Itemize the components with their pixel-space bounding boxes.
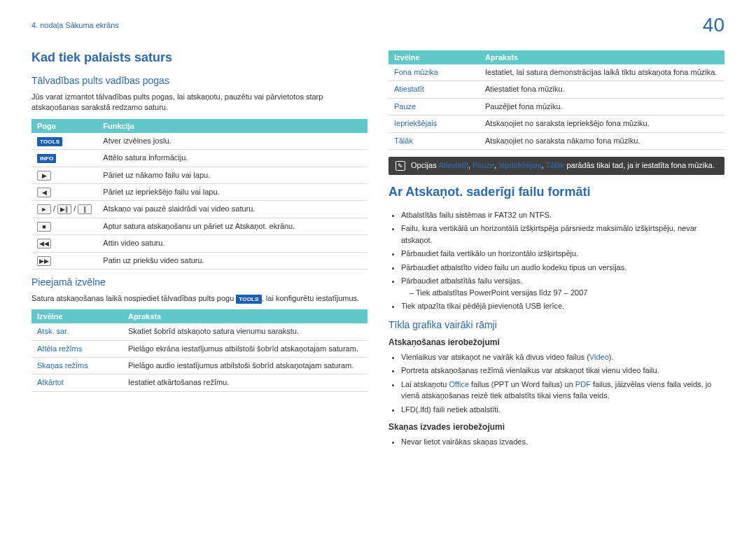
note-box: ✎ Opcijas Atiestatīt, Pauze, Iepriekšēja… [388, 157, 724, 175]
table-row: Pauze Pauzējiet fona mūziku. [388, 98, 724, 115]
subsection-remote-buttons: Tālvadības pults vadības pogas [31, 75, 368, 86]
remote-buttons-table: Poga Funkcija TOOLS Atver izvēlnes joslu… [31, 119, 368, 269]
minor-audio-limits: Skaņas izvades ierobežojumi [388, 422, 724, 432]
list-item: Lai atskaņotu Office failus (PPT un Word… [401, 379, 724, 402]
list-item: Pārbaudiet faila vertikālo un horizontāl… [401, 248, 724, 260]
table-row: Iepriekšējais Atskaņojiet no saraksta ie… [388, 115, 724, 132]
cell-desc: Atiestatiet fona mūziku. [479, 81, 724, 98]
cell-desc: Atskaņojiet no saraksta iepriekšējo fona… [479, 115, 724, 132]
th-menu: Izvēlne [388, 50, 479, 64]
menu-name: Atkārtot [31, 374, 122, 391]
breadcrumb: 4. nodaļa Sākuma ekrāns [31, 21, 724, 29]
playpause-icon: ▶‖ [57, 204, 71, 214]
info-badge-icon: INFO [37, 154, 56, 163]
subsection-network: Tīkla grafika vairāki rāmji [388, 319, 724, 330]
cell-desc: Attēlo satura informāciju. [97, 150, 368, 167]
sub-list-item: Tiek atbalstītas PowerPoint versijas līd… [410, 287, 724, 299]
menu-name: Tālāk [388, 132, 479, 149]
menu-name: Atsk. sar. [31, 323, 122, 340]
table-row: TOOLS Atver izvēlnes joslu. [31, 133, 368, 150]
available-menu-table: Izvēlne Apraksts Atsk. sar. Skatiet šobr… [31, 309, 368, 392]
table-row: ◀ Pāriet uz iepriekšējo failu vai lapu. [31, 183, 368, 200]
menu-name: Atiestatīt [388, 81, 479, 98]
table-row: INFO Attēlo satura informāciju. [31, 150, 368, 167]
tools-badge-icon: TOOLS [37, 137, 62, 146]
list-item: Failu, kura vertikālā un horizontālā izš… [401, 223, 724, 246]
cell-desc: Aptur satura atskaņošanu un pāriet uz At… [97, 218, 368, 234]
audio-limits-bullets: Nevar lietot vairākas skaņas izvades. [388, 436, 724, 448]
playback-limits-bullets: Vienlaikus var atskaņot ne vairāk kā div… [388, 351, 724, 416]
th-menu: Izvēlne [31, 309, 122, 323]
right-column: Izvēlne Apraksts Fona mūzika Iestatiet, … [388, 50, 724, 450]
menu-name: Attēla režīms [31, 340, 122, 357]
cell-desc: Skatiet šobrīd atskaņoto satura vienumu … [122, 323, 368, 340]
prev-icon: ◀ [37, 188, 51, 197]
subsection-available-menu: Pieejamā izvēlne [31, 276, 368, 288]
formats-bullets: Atbalstītās failu sistēmas ir FAT32 un N… [388, 209, 724, 312]
th-function: Funkcija [97, 119, 368, 133]
cell-desc: Pauzējiet fona mūziku. [479, 98, 724, 115]
table-row: ▶ Pāriet uz nākamo failu vai lapu. [31, 167, 368, 183]
pause-icon: ‖ [78, 204, 92, 214]
paragraph: Satura atskaņošanas laikā nospiediet tāl… [31, 293, 368, 304]
table-row: ■ Aptur satura atskaņošanu un pāriet uz … [31, 218, 368, 234]
table-row: Atkārtot Iestatiet atkārtošanas režīmu. [31, 374, 368, 391]
table-row: Atiestatīt Atiestatiet fona mūziku. [388, 81, 724, 98]
menu-name: Fona mūzika [388, 64, 479, 81]
list-item: Vienlaikus var atskaņot ne vairāk kā div… [401, 351, 724, 363]
list-item: Atbalstītās failu sistēmas ir FAT32 un N… [401, 209, 724, 221]
forward-icon: ▶▶ [37, 256, 51, 266]
paragraph: Jūs varat izmantot tālvadības pults poga… [31, 92, 368, 113]
cell-desc: Iestatiet, lai satura demonstrācijas lai… [479, 64, 724, 81]
table-row: Tālāk Atskaņojiet no saraksta nākamo fon… [388, 132, 724, 149]
cell-desc: Atskaņojiet no saraksta nākamo fona mūzi… [479, 132, 724, 149]
list-item: LFD(.lfd) faili netiek atbalstīti. [401, 404, 724, 416]
tools-badge-icon: TOOLS [236, 295, 261, 304]
table-row: ► / ▶‖ / ‖ Atskaņo vai pauzē slaidrādi v… [31, 201, 368, 218]
cell-desc: Attin video saturu. [97, 235, 368, 252]
play-icon: ► [37, 204, 51, 214]
next-icon: ▶ [37, 171, 51, 181]
table-row: Fona mūzika Iestatiet, lai satura demons… [388, 64, 724, 81]
table-row: Skaņas režīms Pielāgo audio iestatījumus… [31, 358, 368, 374]
list-item: Tiek atpazīta tikai pēdējā pievienotā US… [401, 300, 724, 312]
th-button: Poga [31, 119, 97, 133]
menu-continuation-table: Izvēlne Apraksts Fona mūzika Iestatiet, … [388, 50, 724, 150]
list-item: Nevar lietot vairākas skaņas izvades. [401, 436, 724, 448]
stop-icon: ■ [37, 222, 51, 232]
table-row: ▶▶ Patin uz priekšu video saturu. [31, 252, 368, 269]
cell-desc: Pāriet uz iepriekšējo failu vai lapu. [97, 183, 368, 200]
section-title-formats: Ar Atskaņot. saderīgi failu formāti [388, 185, 724, 199]
th-desc: Apraksts [479, 50, 724, 64]
list-item: Portreta atskaņošanas režīmā vienlaikus … [401, 365, 724, 377]
page-number: 40 [703, 14, 724, 36]
minor-playback-limits: Atskaņošanas ierobežojumi [388, 337, 724, 347]
cell-desc: Pielāgo ekrāna iestatījumus atbilstoši š… [122, 340, 368, 357]
section-title: Kad tiek palaists saturs [31, 50, 368, 65]
cell-desc: Pielāgo audio iestatījumus atbilstoši šo… [122, 358, 368, 374]
table-row: Atsk. sar. Skatiet šobrīd atskaņoto satu… [31, 323, 368, 340]
th-desc: Apraksts [122, 309, 368, 323]
menu-name: Pauze [388, 98, 479, 115]
left-column: Kad tiek palaists saturs Tālvadības pult… [31, 50, 368, 450]
note-icon: ✎ [396, 161, 405, 171]
menu-name: Iepriekšējais [388, 115, 479, 132]
cell-desc: Patin uz priekšu video saturu. [97, 252, 368, 269]
cell-desc: Pāriet uz nākamo failu vai lapu. [97, 167, 368, 183]
list-item: Pārbaudiet atbalstīto video failu un aud… [401, 262, 724, 274]
table-row: ◀◀ Attin video saturu. [31, 235, 368, 252]
table-row: Attēla režīms Pielāgo ekrāna iestatījumu… [31, 340, 368, 357]
note-text: Opcijas Atiestatīt, Pauze, Iepriekšējais… [411, 161, 715, 169]
rewind-icon: ◀◀ [37, 239, 51, 248]
cell-desc: Atver izvēlnes joslu. [97, 133, 368, 150]
cell-desc: Iestatiet atkārtošanas režīmu. [122, 374, 368, 391]
cell-desc: Atskaņo vai pauzē slaidrādi vai video sa… [97, 201, 368, 218]
list-item: Pārbaudiet atbalstītās failu versijas. T… [401, 275, 724, 298]
menu-name: Skaņas režīms [31, 358, 122, 374]
